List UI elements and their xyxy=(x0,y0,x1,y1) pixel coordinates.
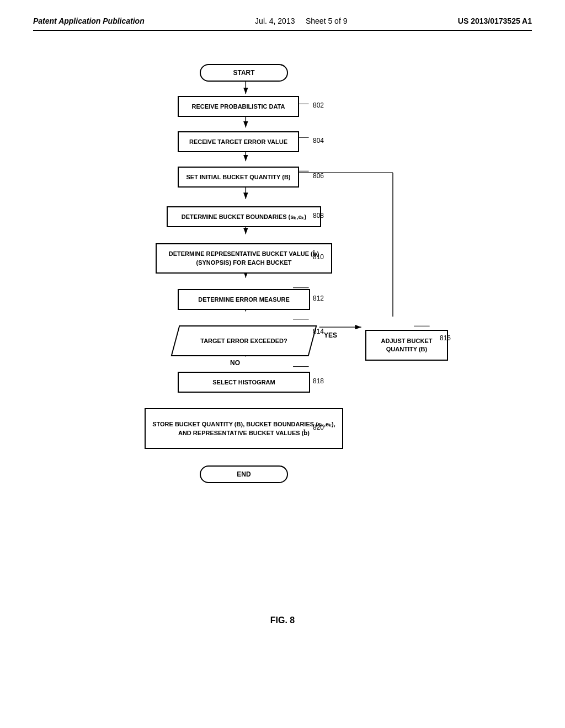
ref-812: 812 xyxy=(313,295,324,302)
header: Patent Application Publication Jul. 4, 2… xyxy=(33,17,532,31)
no-label: NO xyxy=(230,359,240,367)
node-814-container: TARGET ERROR EXCEEDED? xyxy=(175,324,313,357)
start-node: START xyxy=(200,64,288,82)
flowchart: START RECEIVE PROBABILISTIC DATA 802 REC… xyxy=(89,53,476,604)
header-sheet: Sheet 5 of 9 xyxy=(306,17,348,25)
node-806: SET INITIAL BUCKET QUANTITY (B) xyxy=(178,167,299,188)
ref-804: 804 xyxy=(313,137,324,144)
node-810: DETERMINE REPRESENTATIVE BUCKET VALUE (b… xyxy=(156,243,332,274)
node-814-label: TARGET ERROR EXCEEDED? xyxy=(183,337,305,345)
ref-802: 802 xyxy=(313,101,324,109)
fig-label: FIG. 8 xyxy=(33,615,532,625)
page: Patent Application Publication Jul. 4, 2… xyxy=(0,0,565,728)
flowchart-container: START RECEIVE PROBABILISTIC DATA 802 REC… xyxy=(33,53,532,604)
header-date: Jul. 4, 2013 xyxy=(255,17,295,25)
node-818: SELECT HISTOGRAM xyxy=(178,372,310,393)
node-802: RECEIVE PROBABILISTIC DATA xyxy=(178,96,299,117)
ref-818: 818 xyxy=(313,377,324,385)
node-816: ADJUST BUCKET QUANTITY (B) xyxy=(365,330,448,361)
yes-label: YES xyxy=(324,331,337,339)
ref-808: 808 xyxy=(313,212,324,220)
ref-810: 810 xyxy=(313,253,324,261)
header-center: Jul. 4, 2013 Sheet 5 of 9 xyxy=(255,17,347,25)
ref-806: 806 xyxy=(313,172,324,180)
node-808: DETERMINE BUCKET BOUNDARIES (sₖ,eₖ) xyxy=(167,206,321,227)
node-812: DETERMINE ERROR MEASURE xyxy=(178,289,310,310)
header-left: Patent Application Publication xyxy=(33,17,145,25)
ref-814: 814 xyxy=(313,328,324,335)
ref-820: 820 xyxy=(313,424,324,431)
ref-816: 816 xyxy=(440,334,451,342)
end-node: END xyxy=(200,465,288,483)
node-804: RECEIVE TARGET ERROR VALUE xyxy=(178,131,299,152)
header-right: US 2013/0173525 A1 xyxy=(458,17,532,25)
